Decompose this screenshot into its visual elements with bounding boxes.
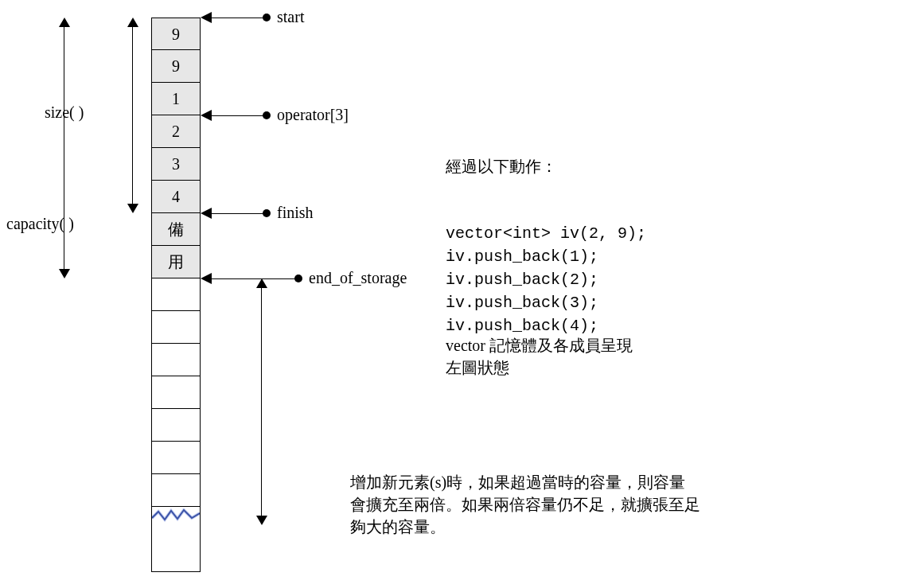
memstate-text-2: 左圖狀態 — [446, 356, 509, 380]
finish-label: finish — [277, 204, 314, 222]
finish-pointer — [201, 205, 280, 221]
grow-text-3: 夠大的容量。 — [350, 516, 446, 539]
torn-edge-icon — [152, 508, 200, 523]
size-label: size( ) — [45, 103, 84, 122]
cell-12 — [151, 409, 201, 442]
operator3-label: operator[3] — [277, 106, 349, 124]
cell-3: 2 — [151, 115, 201, 148]
grow-text-2: 會擴充至兩倍。如果兩倍容量仍不足，就擴張至足 — [350, 493, 700, 516]
cell-2: 1 — [151, 83, 201, 115]
code-line-2: iv.push_back(1); — [446, 247, 598, 266]
cell-0: 9 — [151, 18, 201, 50]
cell-10 — [151, 344, 201, 376]
cell-7-reserve: 用 — [151, 246, 201, 278]
code-line-1: vector<int> iv(2, 9); — [446, 224, 646, 243]
cell-13 — [151, 442, 201, 474]
cell-8 — [151, 278, 201, 311]
capacity-label: capacity( ) — [6, 215, 74, 233]
memory-column: 9 9 1 2 3 4 備 用 — [151, 18, 201, 572]
cell-1: 9 — [151, 50, 201, 83]
cell-below-torn — [151, 539, 201, 572]
code-line-3: iv.push_back(2); — [446, 271, 598, 289]
code-line-5: iv.push_back(4); — [446, 317, 598, 335]
capacity-range-arrow — [57, 18, 72, 278]
cell-11 — [151, 376, 201, 409]
operator3-pointer — [201, 107, 280, 123]
memstate-text-1: vector 記憶體及各成員呈現 — [446, 334, 633, 357]
cell-4: 3 — [151, 148, 201, 181]
end-of-storage-pointer — [201, 271, 312, 286]
intro-text: 經過以下動作： — [446, 155, 557, 178]
cell-9 — [151, 311, 201, 344]
grow-text-1: 增加新元素(s)時，如果超過當時的容量，則容量 — [350, 471, 685, 494]
cell-14 — [151, 474, 201, 507]
cell-6-reserve: 備 — [151, 213, 201, 246]
end-of-storage-label: end_of_storage — [309, 269, 407, 287]
vector-diagram: capacity( ) size( ) 9 9 1 2 3 4 備 用 — [0, 0, 908, 588]
cell-5: 4 — [151, 181, 201, 213]
code-block: vector<int> iv(2, 9); iv.push_back(1); i… — [446, 199, 646, 337]
start-label: start — [277, 8, 304, 26]
start-pointer — [201, 10, 280, 25]
extra-range-arrow — [255, 278, 269, 525]
size-range-arrow — [126, 18, 140, 213]
cell-torn — [151, 507, 201, 539]
code-line-4: iv.push_back(3); — [446, 294, 598, 312]
